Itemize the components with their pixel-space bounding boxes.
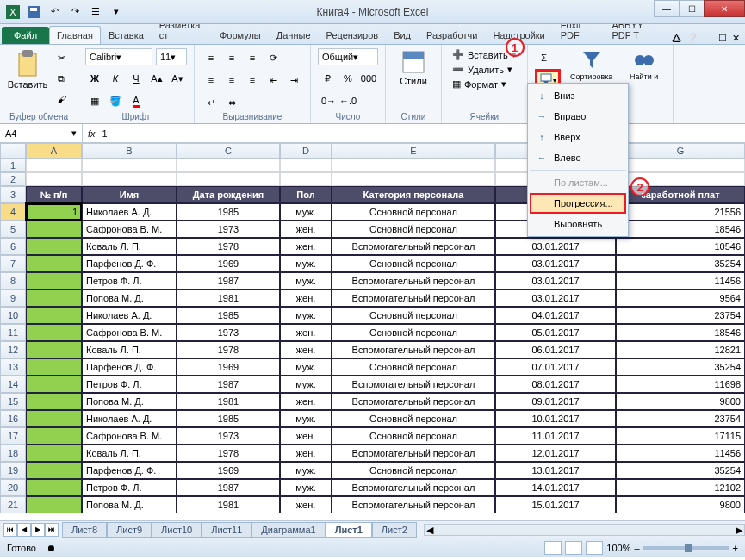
cell[interactable]: 11698	[616, 376, 745, 393]
grow-font-icon[interactable]: A▴	[147, 69, 166, 88]
cell[interactable]: Попова М. Д.	[82, 289, 177, 307]
name-box[interactable]: A4▾	[0, 124, 83, 142]
cell[interactable]	[26, 324, 82, 341]
header-cell[interactable]: Пол	[280, 186, 332, 203]
cell[interactable]	[26, 393, 82, 410]
mdi-min-icon[interactable]: —	[704, 34, 713, 44]
macro-record-icon[interactable]: ⏺	[47, 543, 56, 553]
cell[interactable]	[26, 445, 82, 462]
cell[interactable]: 14.01.2017	[495, 479, 616, 496]
font-color-icon[interactable]: A	[127, 91, 146, 110]
cell[interactable]	[26, 479, 82, 496]
border-icon[interactable]: ▦	[85, 91, 104, 110]
font-family-select[interactable]: Calibri ▾	[85, 48, 152, 65]
cell[interactable]: Коваль Л. П.	[82, 445, 177, 462]
redo-icon[interactable]: ↷	[65, 3, 84, 22]
tab-formulas[interactable]: Формулы	[212, 26, 269, 44]
cell[interactable]: Вспомогательный персонал	[332, 393, 495, 410]
cell[interactable]: 1973	[177, 221, 280, 238]
col-header-B[interactable]: B	[82, 143, 177, 159]
row-header[interactable]: 20	[0, 479, 26, 496]
cell[interactable]: Попова М. Д.	[82, 393, 177, 410]
cell[interactable]: 12821	[616, 341, 745, 358]
tab-insert[interactable]: Вставка	[101, 26, 152, 44]
cell[interactable]: 11456	[616, 445, 745, 462]
cell[interactable]	[280, 159, 332, 172]
view-break-icon[interactable]	[586, 541, 603, 555]
cell[interactable]: 1978	[177, 445, 280, 462]
sheet-tab[interactable]: Лист2	[372, 522, 417, 538]
view-layout-icon[interactable]	[565, 541, 582, 555]
row-header[interactable]: 17	[0, 427, 26, 445]
cell[interactable]: 03.01.2017	[495, 289, 616, 307]
tab-data[interactable]: Данные	[269, 26, 319, 44]
cut-icon[interactable]: ✂	[52, 48, 71, 67]
align-top-icon[interactable]: ≡	[202, 48, 220, 67]
cell[interactable]	[332, 159, 495, 172]
sheet-tab[interactable]: Лист9	[107, 522, 152, 538]
sheet-tab[interactable]: Лист1	[326, 522, 372, 538]
cell[interactable]: 1969	[177, 462, 280, 479]
italic-button[interactable]: К	[106, 69, 125, 88]
fill-up-item[interactable]: ↑Вверх	[530, 127, 626, 147]
formula-input[interactable]: 1	[102, 128, 108, 139]
cell[interactable]	[26, 289, 82, 307]
indent-inc-icon[interactable]: ⇥	[284, 71, 303, 90]
row-header[interactable]: 21	[0, 496, 26, 513]
cell[interactable]: муж.	[280, 358, 332, 376]
cell[interactable]: 12102	[616, 479, 745, 496]
cell[interactable]: 1969	[177, 255, 280, 272]
cell[interactable]: жен.	[280, 238, 332, 255]
fill-left-item[interactable]: ←Влево	[530, 147, 626, 168]
cell[interactable]: Коваль Л. П.	[82, 341, 177, 358]
cell[interactable]: 1987	[177, 272, 280, 289]
cell[interactable]: жен.	[280, 324, 332, 341]
cell[interactable]: 35254	[616, 462, 745, 479]
shrink-font-icon[interactable]: A▾	[168, 69, 187, 88]
cell[interactable]	[26, 462, 82, 479]
cell[interactable]	[177, 172, 280, 186]
row-header[interactable]: 6	[0, 238, 26, 255]
cell[interactable]: 12.01.2017	[495, 445, 616, 462]
row-header[interactable]: 5	[0, 221, 26, 238]
cell[interactable]: 1985	[177, 410, 280, 427]
autosum-icon[interactable]: Σ	[535, 48, 554, 67]
cell[interactable]: жен.	[280, 289, 332, 307]
cell[interactable]: 23754	[616, 410, 745, 427]
mdi-restore-icon[interactable]: ☐	[718, 33, 727, 44]
horizontal-scrollbar[interactable]: ◀▶	[424, 524, 745, 536]
cell[interactable]: 09.01.2017	[495, 393, 616, 410]
align-right-icon[interactable]: ≡	[243, 71, 262, 90]
cell[interactable]: 17115	[616, 427, 745, 445]
copy-icon[interactable]: ⧉	[52, 69, 71, 88]
qa-sort-icon[interactable]: ☰	[86, 3, 105, 22]
file-tab[interactable]: Файл	[2, 27, 49, 44]
cell[interactable]	[26, 238, 82, 255]
cell[interactable]	[177, 159, 280, 172]
cell[interactable]: 1987	[177, 376, 280, 393]
cell[interactable]: Петров Ф. Л.	[82, 376, 177, 393]
cell[interactable]: Основной персонал	[332, 462, 495, 479]
row-header[interactable]: 7	[0, 255, 26, 272]
indent-dec-icon[interactable]: ⇤	[264, 71, 282, 90]
row-header[interactable]: 3	[0, 186, 26, 203]
cell[interactable]	[26, 255, 82, 272]
cell[interactable]: Петров Ф. Л.	[82, 479, 177, 496]
cell[interactable]: муж.	[280, 376, 332, 393]
fill-justify-item[interactable]: Выровнять	[530, 214, 626, 234]
cell[interactable]: Николаев А. Д.	[82, 203, 177, 221]
cell[interactable]: 9800	[616, 496, 745, 513]
view-normal-icon[interactable]	[544, 541, 562, 555]
paste-button[interactable]: Вставить	[7, 48, 48, 91]
cell[interactable]: 23754	[616, 307, 745, 324]
cell[interactable]: 1978	[177, 341, 280, 358]
cell[interactable]: 1987	[177, 479, 280, 496]
undo-icon[interactable]: ↶	[45, 3, 64, 22]
cell[interactable]: 03.01.2017	[495, 238, 616, 255]
cell[interactable]: Основной персонал	[332, 255, 495, 272]
cell[interactable]: 11.01.2017	[495, 427, 616, 445]
cell[interactable]: Коваль Л. П.	[82, 238, 177, 255]
cell[interactable]: 13.01.2017	[495, 462, 616, 479]
cell[interactable]: 1981	[177, 496, 280, 513]
cell[interactable]: жен.	[280, 496, 332, 513]
